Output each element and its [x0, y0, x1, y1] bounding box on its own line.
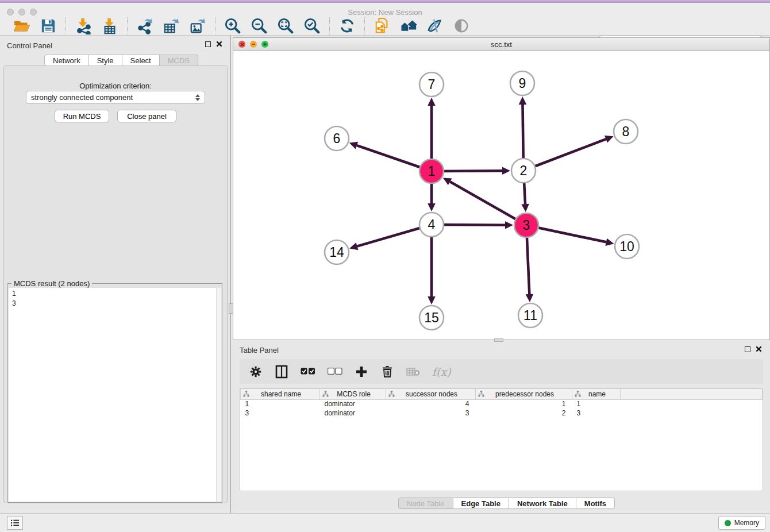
- table-row[interactable]: 3dominator323: [241, 408, 763, 418]
- checked-boxes-icon: [301, 368, 315, 375]
- column-header-shared-name[interactable]: shared name: [241, 389, 320, 399]
- table-cell[interactable]: 2: [476, 408, 572, 418]
- graph-edge-1-6[interactable]: [349, 142, 432, 171]
- tab-mcds[interactable]: MCDS: [160, 55, 198, 66]
- mcds-result-scrollbar[interactable]: [216, 288, 221, 502]
- close-panel-icon[interactable]: [216, 41, 222, 47]
- tab-style[interactable]: Style: [89, 55, 122, 66]
- tab-motifs[interactable]: Motifs: [576, 498, 615, 509]
- first-neighbors-button[interactable]: [399, 17, 418, 34]
- zoom-out-icon: [251, 17, 268, 34]
- graph-node-15[interactable]: 15: [419, 306, 444, 330]
- import-network-button[interactable]: [74, 17, 93, 34]
- run-mcds-button[interactable]: Run MCDS: [55, 110, 109, 122]
- memory-status-icon: [725, 520, 731, 526]
- graph-node-7[interactable]: 7: [419, 72, 444, 97]
- export-table-button[interactable]: [162, 17, 180, 34]
- zoom-fit-button[interactable]: [276, 17, 295, 34]
- apply-layout-button[interactable]: [338, 17, 356, 34]
- open-session-button[interactable]: [13, 17, 31, 34]
- table-cell[interactable]: 3: [241, 408, 320, 418]
- graph-node-9[interactable]: 9: [510, 71, 534, 95]
- graph-edge-3-10[interactable]: [526, 225, 614, 246]
- table-cell[interactable]: 1: [476, 399, 572, 408]
- graph-edge-3-1[interactable]: [443, 178, 526, 225]
- table-cell[interactable]: 4: [386, 399, 476, 408]
- graph-node-6[interactable]: 6: [325, 126, 349, 151]
- show-all-button[interactable]: [452, 17, 471, 34]
- column-header-filler: [621, 389, 763, 399]
- mcds-panel-body: Optimization criterion: strongly connect…: [3, 65, 228, 503]
- graph-node-label: 2: [520, 163, 528, 178]
- tab-network-table[interactable]: Network Table: [509, 498, 576, 509]
- save-session-button[interactable]: [39, 17, 57, 34]
- hide-selected-button[interactable]: [426, 17, 444, 34]
- export-image-button[interactable]: [188, 17, 207, 34]
- graph-node-14[interactable]: 14: [325, 240, 349, 264]
- node-table[interactable]: shared nameMCDS rolesuccessor nodesprede…: [240, 388, 763, 491]
- tab-select[interactable]: Select: [122, 55, 160, 66]
- graph-node-label: 7: [428, 77, 436, 92]
- trash-icon: [382, 365, 392, 378]
- status-bar: Memory: [0, 513, 770, 532]
- graph-node-3[interactable]: 3: [514, 213, 538, 237]
- network-canvas[interactable]: 7968124314101511: [233, 51, 769, 340]
- column-header-name[interactable]: name: [572, 389, 621, 399]
- graph-edge-2-8[interactable]: [523, 136, 614, 171]
- tab-edge-table[interactable]: Edge Table: [453, 498, 509, 509]
- network-view-window: scc.txt 7968124314101511: [233, 37, 770, 340]
- table-cell[interactable]: 1: [241, 399, 320, 408]
- table-cell[interactable]: 3: [572, 408, 621, 418]
- close-panel-icon[interactable]: [756, 346, 762, 352]
- delete-column-button[interactable]: [380, 364, 394, 380]
- clone-network-button[interactable]: [373, 17, 391, 34]
- table-settings-button[interactable]: [249, 364, 263, 380]
- graph-node-4[interactable]: 4: [419, 213, 444, 237]
- table-row[interactable]: 1dominator411: [241, 399, 763, 408]
- tab-network[interactable]: Network: [44, 55, 89, 66]
- import-table-button[interactable]: [101, 17, 119, 34]
- graph-node-1[interactable]: 1: [419, 159, 444, 183]
- table-cell[interactable]: dominator: [320, 399, 386, 408]
- close-panel-button[interactable]: Close panel: [117, 110, 176, 122]
- task-history-button[interactable]: [7, 516, 23, 530]
- network-share-icon: [138, 22, 150, 34]
- delete-table-button[interactable]: [406, 364, 420, 380]
- column-header-label: shared name: [249, 390, 319, 398]
- column-header-label: name: [581, 390, 620, 398]
- graph-edge-4-14[interactable]: [349, 225, 432, 250]
- column-header-predecessor-nodes[interactable]: predecessor nodes: [476, 389, 572, 399]
- network-window-titlebar[interactable]: scc.txt: [233, 38, 769, 51]
- graph-node-label: 15: [424, 310, 439, 325]
- select-all-columns-button[interactable]: [301, 364, 315, 380]
- houses-icon: [399, 18, 418, 34]
- export-arrow-icon: [198, 18, 205, 22]
- eye-disabled-icon: [454, 18, 469, 33]
- function-builder-button[interactable]: f(x): [432, 364, 451, 380]
- table-header-row[interactable]: shared nameMCDS rolesuccessor nodesprede…: [241, 389, 763, 399]
- add-column-button[interactable]: [355, 364, 368, 380]
- network-share-icon: [78, 25, 90, 34]
- float-panel-icon[interactable]: [745, 346, 750, 352]
- graph-node-10[interactable]: 10: [615, 234, 639, 259]
- table-cell[interactable]: 1: [572, 399, 621, 408]
- table-cell[interactable]: dominator: [320, 408, 386, 418]
- zoom-selected-button[interactable]: [303, 17, 321, 34]
- graph-node-8[interactable]: 8: [614, 119, 638, 144]
- float-panel-icon[interactable]: [205, 41, 211, 47]
- show-columns-button[interactable]: [275, 364, 288, 380]
- column-header-successor-nodes[interactable]: successor nodes: [386, 389, 476, 399]
- export-network-button[interactable]: [136, 17, 154, 34]
- graph-node-11[interactable]: 11: [518, 303, 542, 327]
- graph-node-label: 3: [523, 218, 530, 233]
- tab-node-table[interactable]: Node Table: [398, 498, 453, 509]
- clear-all-columns-button[interactable]: [328, 364, 342, 380]
- memory-button[interactable]: Memory: [718, 516, 765, 530]
- mcds-result-text[interactable]: 1 3: [9, 288, 221, 502]
- zoom-in-button[interactable]: [224, 17, 242, 34]
- criterion-dropdown[interactable]: strongly connected component: [26, 91, 205, 104]
- graph-node-2[interactable]: 2: [511, 159, 536, 183]
- column-header-MCDS-role[interactable]: MCDS role: [320, 389, 386, 399]
- table-cell[interactable]: 3: [386, 408, 476, 418]
- zoom-out-button[interactable]: [250, 17, 268, 34]
